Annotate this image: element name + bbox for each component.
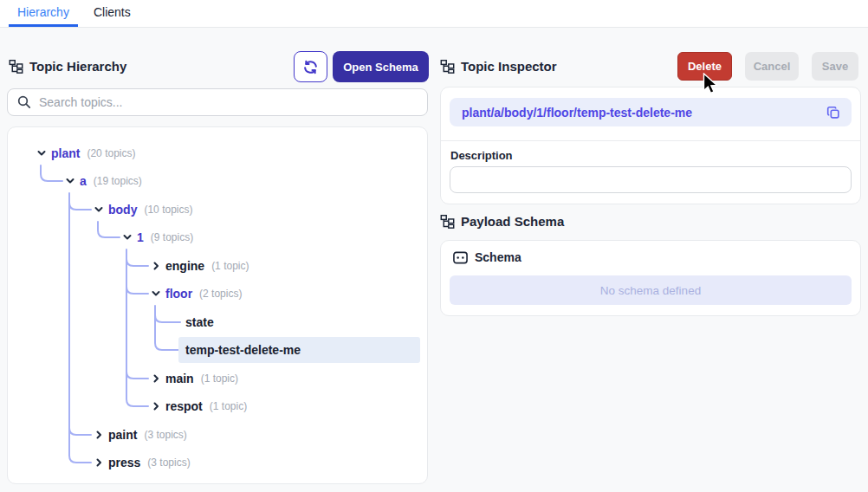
no-schema-message: No schema defined [600, 284, 701, 297]
no-schema-box: No schema defined [450, 275, 852, 305]
search-input[interactable] [39, 95, 427, 109]
topic-inspector-card: plant/a/body/1/floor/temp-test-delete-me… [440, 87, 861, 204]
hierarchy-icon [9, 59, 23, 74]
chevron-right-icon[interactable] [151, 261, 161, 271]
right-panel-header: Topic Inspector [440, 59, 557, 74]
right-panel-title: Topic Inspector [461, 59, 557, 74]
topic-path-bar: plant/a/body/1/floor/temp-test-delete-me [450, 98, 852, 126]
tree-node-1[interactable]: 1(9 topics) [8, 224, 428, 250]
tree-node-label: a [80, 174, 87, 188]
topic-path: plant/a/body/1/floor/temp-test-delete-me [462, 106, 822, 120]
payload-schema-header: Payload Schema [440, 214, 564, 229]
refresh-button[interactable] [294, 51, 327, 82]
tree-node-count: (3 topics) [144, 429, 186, 441]
tree-node-count: (19 topics) [94, 175, 142, 187]
tree-node-count: (2 topics) [199, 288, 242, 300]
refresh-icon [302, 59, 319, 75]
tree-node-label: plant [51, 146, 80, 160]
tree-node-label: main [165, 372, 194, 385]
schema-icon [453, 251, 468, 264]
top-tab-bar: Hierarchy Clients [0, 0, 868, 28]
tree-node-paint[interactable]: paint(3 topics) [8, 422, 428, 448]
chevron-right-icon[interactable] [151, 373, 161, 384]
tree-node-count: (1 topic) [210, 400, 247, 412]
tree-node-count: (10 topics) [144, 204, 192, 216]
hierarchy-icon [440, 214, 455, 229]
chevron-down-icon[interactable] [94, 204, 104, 215]
chevron-right-icon[interactable] [94, 457, 104, 468]
tree-node-plant[interactable]: plant(20 topics) [8, 140, 428, 166]
tree-node-label: press [108, 456, 140, 469]
tab-clients[interactable]: Clients [85, 0, 139, 27]
tree-node-engine[interactable]: engine(1 topic) [8, 253, 428, 279]
tree-node-label: floor [165, 287, 192, 301]
description-label: Description [450, 149, 513, 162]
tree-node-label: engine [165, 259, 204, 273]
save-button[interactable]: Save [812, 52, 858, 81]
tree-node-label: 1 [137, 230, 144, 244]
tree-node-respot[interactable]: respot(1 topic) [8, 393, 428, 419]
chevron-down-icon[interactable] [122, 232, 133, 243]
tree-node-count: (1 topic) [201, 372, 238, 385]
tree-node-temp-test-delete-me[interactable]: temp-test-delete-me [8, 337, 428, 363]
divider [441, 140, 860, 141]
chevron-down-icon[interactable] [151, 288, 161, 299]
chevron-down-icon[interactable] [36, 148, 47, 159]
search-box [7, 88, 428, 116]
delete-button[interactable]: Delete [677, 52, 732, 81]
left-panel-header: Topic Hierarchy [9, 59, 126, 74]
tree-node-label: body [108, 203, 137, 217]
schema-card: Schema No schema defined [440, 240, 861, 316]
schema-label: Schema [475, 250, 521, 264]
tree-node-label: state [185, 315, 214, 329]
chevron-right-icon[interactable] [94, 430, 104, 440]
tree-node-count: (9 topics) [151, 231, 193, 243]
search-icon [17, 95, 31, 109]
tree-node-body[interactable]: body(10 topics) [8, 197, 428, 223]
description-field[interactable] [450, 166, 852, 193]
tree-node-main[interactable]: main(1 topic) [8, 366, 428, 392]
tree-node-count: (3 topics) [147, 456, 190, 469]
topic-tree: plant(20 topics)a(19 topics)body(10 topi… [7, 126, 428, 484]
tree-node-label: respot [165, 399, 203, 413]
cancel-button[interactable]: Cancel [745, 52, 799, 81]
copy-icon [826, 105, 841, 120]
tree-node-label: temp-test-delete-me [185, 343, 301, 357]
tree-node-a[interactable]: a(19 topics) [8, 168, 428, 194]
chevron-right-icon[interactable] [151, 401, 161, 411]
hierarchy-icon [440, 59, 455, 74]
copy-button[interactable] [822, 101, 845, 124]
open-schema-button[interactable]: Open Schema [333, 51, 429, 82]
tree-node-state[interactable]: state [8, 309, 428, 335]
left-panel-title: Topic Hierarchy [29, 59, 126, 74]
schema-label-row: Schema [453, 250, 521, 264]
payload-schema-title: Payload Schema [461, 214, 564, 229]
tab-hierarchy[interactable]: Hierarchy [9, 0, 78, 27]
tree-node-press[interactable]: press(3 topics) [8, 450, 428, 476]
tree-node-count: (20 topics) [87, 147, 135, 159]
chevron-down-icon[interactable] [65, 176, 75, 186]
tree-node-floor[interactable]: floor(2 topics) [8, 281, 428, 307]
tree-node-count: (1 topic) [211, 260, 249, 272]
tree-node-label: paint [108, 428, 137, 442]
